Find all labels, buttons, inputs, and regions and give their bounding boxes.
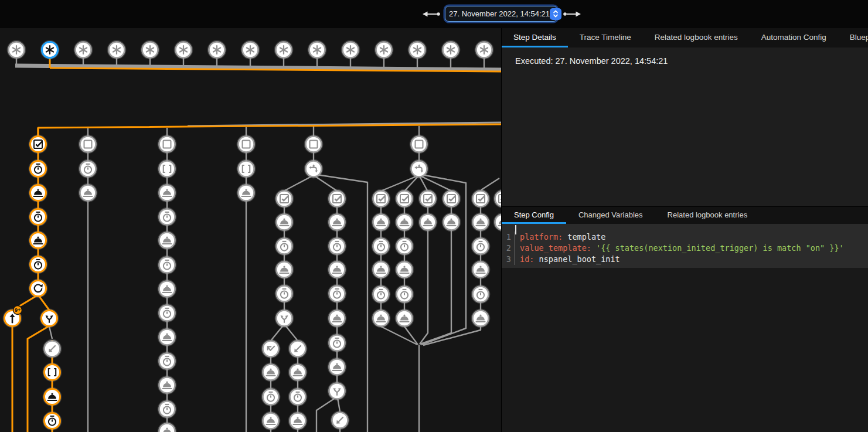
trace-node-asterisk[interactable] (342, 41, 359, 59)
trace-node-room-service-bell[interactable] (158, 423, 176, 432)
tab-step-config[interactable]: Step Config (502, 207, 566, 224)
trace-node-checkbox-marked[interactable] (328, 190, 346, 208)
trace-node-room-service-bell[interactable] (396, 213, 413, 231)
tab-related-logbook-entries[interactable]: Related logbook entries (643, 28, 750, 47)
trace-node-timer[interactable] (328, 285, 346, 302)
trace-node-room-service-bell[interactable] (275, 213, 293, 231)
trace-node-asterisk[interactable] (74, 41, 92, 59)
trace-node-arrow-decision[interactable] (275, 309, 293, 327)
trace-node-asterisk[interactable] (308, 41, 326, 59)
trace-node-timer[interactable] (328, 237, 346, 255)
trace-node-room-service-bell[interactable] (29, 232, 47, 249)
run-date-select[interactable]: 27. November 2022, 14:54:21 (445, 6, 557, 22)
trace-node-room-service-bell[interactable] (328, 309, 346, 327)
trace-node-code-brackets[interactable] (43, 363, 61, 381)
tab-step-details[interactable]: Step Details (502, 28, 568, 47)
trace-node-timer[interactable] (158, 352, 176, 370)
trace-node-checkbox-marked[interactable] (494, 190, 501, 208)
trace-node-repeat[interactable] (29, 280, 47, 297)
trace-node-checkbox-marked[interactable] (472, 190, 489, 208)
trace-node-asterisk[interactable] (442, 41, 459, 59)
trace-node-asterisk[interactable] (409, 41, 426, 59)
trace-node-room-service-bell[interactable] (472, 213, 489, 231)
trace-node-choose-arrows[interactable] (305, 160, 322, 178)
trace-node-room-service-bell[interactable] (289, 412, 307, 430)
trace-node-room-service-bell[interactable] (29, 184, 47, 202)
trace-node-asterisk[interactable] (141, 41, 159, 59)
trace-node-room-service-bell[interactable] (472, 261, 489, 278)
trace-node-asterisk[interactable] (175, 41, 192, 59)
tab-trace-timeline[interactable]: Trace Timeline (568, 28, 643, 47)
trace-node-timer[interactable] (372, 285, 390, 303)
trace-node-choose-arrows[interactable] (410, 160, 428, 178)
trace-node-room-service-bell[interactable] (328, 358, 346, 376)
trace-node-asterisk[interactable] (475, 41, 493, 59)
trace-node-room-service-bell[interactable] (396, 261, 413, 278)
trace-node-checkbox-marked[interactable] (419, 190, 437, 208)
trace-node-room-service-bell[interactable] (158, 184, 176, 202)
trace-node-timer[interactable] (275, 285, 293, 302)
trace-node-room-service-bell[interactable] (289, 363, 307, 381)
trace-node-room-service-bell[interactable] (158, 328, 176, 346)
trace-node-checkbox-marked[interactable] (29, 135, 47, 153)
trace-node-room-service-bell[interactable] (158, 280, 176, 298)
trace-node-room-service-bell[interactable] (328, 213, 346, 231)
trace-node-arrow-decision[interactable] (40, 309, 58, 327)
trace-node-room-service-bell[interactable] (275, 261, 293, 278)
trace-node-room-service-bell[interactable] (158, 376, 176, 394)
tab-changed-variables[interactable]: Changed Variables (566, 207, 655, 224)
trace-node-timer[interactable] (262, 388, 280, 406)
previous-run-button[interactable] (422, 10, 441, 18)
trace-node-room-service-bell[interactable] (158, 232, 176, 249)
trace-node-arrow-bottom-left[interactable] (43, 340, 61, 358)
trace-node-timer[interactable] (79, 160, 97, 178)
trace-node-room-service-bell[interactable] (43, 388, 61, 406)
tab-blueprint-config[interactable]: Blueprint Config (838, 28, 868, 47)
trace-node-asterisk[interactable] (8, 41, 25, 59)
trace-node-timer[interactable] (396, 285, 413, 303)
trace-node-asterisk[interactable] (208, 41, 226, 59)
trace-node-room-service-bell[interactable] (442, 213, 460, 231)
trace-node-arrow-bottom-left[interactable] (289, 340, 307, 358)
trace-node-timer[interactable] (158, 208, 176, 226)
trace-node-checkbox-blank[interactable] (158, 135, 176, 153)
trace-node-room-service-bell[interactable] (372, 213, 390, 231)
trace-node-asterisk[interactable] (375, 41, 393, 59)
trace-node-checkbox-marked[interactable] (372, 190, 390, 208)
trace-node-room-service-bell[interactable] (396, 309, 413, 327)
trace-node-timer[interactable] (29, 160, 47, 178)
trace-node-timer[interactable] (158, 256, 176, 274)
trace-node-timer[interactable] (275, 237, 293, 255)
trace-node-call-missed[interactable] (262, 340, 280, 358)
trace-node-timer[interactable] (289, 388, 307, 406)
trace-node-asterisk[interactable] (241, 41, 259, 59)
trace-node-timer[interactable] (328, 334, 346, 352)
trace-node-checkbox-blank[interactable] (237, 135, 255, 153)
trace-node-asterisk[interactable] (41, 41, 59, 59)
trace-node-arrow-decision[interactable] (328, 382, 346, 400)
next-run-button[interactable] (563, 10, 581, 18)
trace-node-checkbox-blank[interactable] (79, 135, 97, 153)
trace-node-room-service-bell[interactable] (419, 213, 437, 231)
tab-automation-config[interactable]: Automation Config (750, 28, 838, 47)
tab-related-logbook-entries[interactable]: Related logbook entries (655, 207, 760, 224)
trace-node-timer[interactable] (43, 412, 61, 430)
trace-node-asterisk[interactable] (275, 41, 292, 59)
trace-node-checkbox-marked[interactable] (442, 190, 460, 208)
trace-node-checkbox-blank[interactable] (305, 135, 322, 153)
trace-node-room-service-bell[interactable] (328, 261, 346, 278)
trace-node-checkbox-blank[interactable] (410, 135, 428, 153)
trace-node-room-service-bell[interactable] (262, 412, 280, 430)
trace-node-arrow-bottom-left[interactable] (331, 411, 349, 429)
trace-node-timer[interactable] (158, 400, 176, 418)
trace-node-timer[interactable] (472, 285, 489, 303)
trace-node-timer[interactable] (472, 237, 489, 255)
trace-node-room-service-bell[interactable] (494, 213, 501, 231)
trace-node-code-brackets[interactable] (237, 160, 255, 178)
trace-node-asterisk[interactable] (108, 41, 125, 59)
trace-node-room-service-bell[interactable] (372, 309, 390, 327)
trace-node-timer[interactable] (158, 304, 176, 322)
trace-node-timer[interactable] (29, 208, 47, 226)
trace-node-checkbox-marked[interactable] (275, 190, 293, 208)
trace-node-room-service-bell[interactable] (237, 184, 255, 202)
